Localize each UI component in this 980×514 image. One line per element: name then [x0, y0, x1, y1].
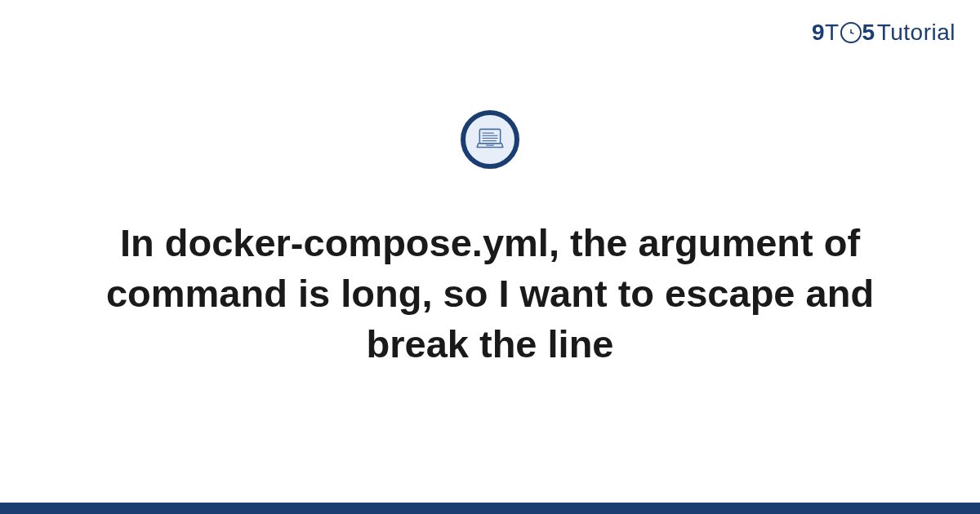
- footer-bar: [0, 503, 980, 514]
- logo-tutorial: Tutorial: [877, 20, 956, 46]
- svg-line-1: [851, 33, 853, 33]
- logo-t-prefix: T: [825, 20, 840, 46]
- logo-nine: 9: [812, 20, 825, 46]
- article-title: In docker-compose.yml, the argument of c…: [49, 218, 931, 370]
- laptop-icon: [474, 124, 506, 155]
- site-logo: 9 T 5 Tutorial: [812, 20, 956, 46]
- logo-five: 5: [862, 20, 875, 46]
- main-content: In docker-compose.yml, the argument of c…: [0, 110, 980, 370]
- laptop-badge: [461, 110, 519, 169]
- clock-icon: [840, 22, 862, 43]
